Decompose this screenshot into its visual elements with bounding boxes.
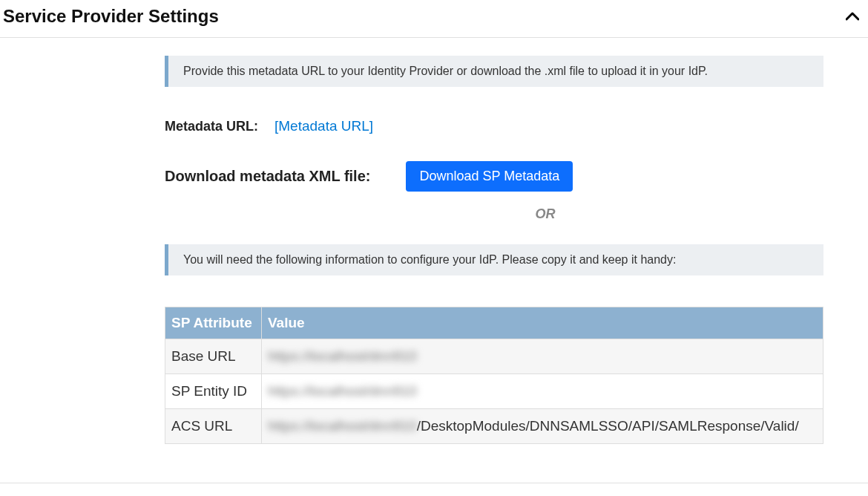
table-header-value: Value <box>262 307 823 339</box>
panel-header: Service Provider Settings <box>0 0 868 38</box>
cell-value: https://localhost/dnn910 <box>262 339 823 374</box>
panel-content: Provide this metadata URL to your Identi… <box>0 38 868 462</box>
bottom-divider <box>0 483 868 483</box>
download-row: Download metadata XML file: Download SP … <box>165 161 823 192</box>
metadata-url-link[interactable]: [Metadata URL] <box>274 118 373 134</box>
cell-value: https://localhost/dnn910/DesktopModules/… <box>262 409 823 444</box>
sp-attributes-table-wrap: SP Attribute Value Base URL https://loca… <box>165 307 823 444</box>
table-header-attribute: SP Attribute <box>165 307 262 339</box>
collapse-icon[interactable] <box>846 9 865 25</box>
page-title: Service Provider Settings <box>3 6 219 27</box>
download-sp-metadata-button[interactable]: Download SP Metadata <box>406 161 573 192</box>
table-row: ACS URL https://localhost/dnn910/Desktop… <box>165 409 823 444</box>
download-label: Download metadata XML file: <box>165 168 370 185</box>
metadata-url-label: Metadata URL: <box>165 119 258 134</box>
table-row: SP Entity ID https://localhost/dnn910 <box>165 374 823 409</box>
info-box-idp-config: You will need the following information … <box>165 244 823 275</box>
cell-value: https://localhost/dnn910 <box>262 374 823 409</box>
table-row: Base URL https://localhost/dnn910 <box>165 339 823 374</box>
sp-attributes-table: SP Attribute Value Base URL https://loca… <box>165 307 823 444</box>
metadata-url-row: Metadata URL: [Metadata URL] <box>165 118 823 134</box>
cell-attr: ACS URL <box>165 409 262 444</box>
or-divider: OR <box>165 206 823 222</box>
info-box-metadata: Provide this metadata URL to your Identi… <box>165 56 823 87</box>
cell-attr: Base URL <box>165 339 262 374</box>
cell-attr: SP Entity ID <box>165 374 262 409</box>
